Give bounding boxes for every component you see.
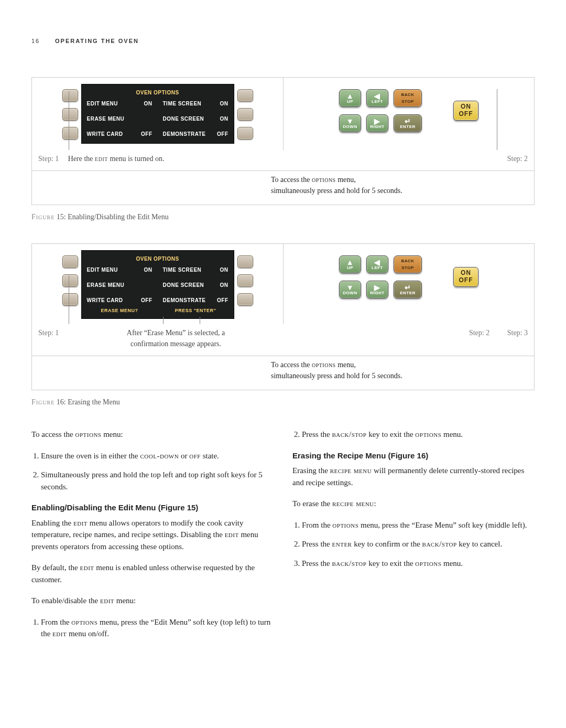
softkey[interactable] (62, 255, 78, 268)
back-stop-button[interactable]: BACK STOP (394, 89, 422, 107)
figure-15: OVEN OPTIONS EDIT MENUON TIME SCREENON E… (31, 77, 535, 205)
subheading: Erasing the Recipe Menu (Figure 16) (292, 450, 535, 462)
list-item: Press the back/stop key to exit the opti… (302, 429, 535, 441)
softkey[interactable] (62, 293, 78, 306)
ordered-list: Ensure the oven is in either the cool-do… (31, 450, 274, 493)
ordered-list: Press the back/stop key to exit the opti… (292, 429, 535, 441)
oven-screen: OVEN OPTIONS EDIT MENUON TIME SCREENON E… (81, 84, 234, 144)
right-button[interactable]: ▶RIGHT (366, 281, 388, 298)
softkey[interactable] (237, 255, 253, 268)
left-button[interactable]: ◀ LEFT (366, 89, 388, 107)
list-item: From the options menu, press the “Edit M… (41, 616, 274, 640)
softkey[interactable] (237, 293, 253, 306)
softkey[interactable] (62, 127, 78, 140)
keypad: ▲UP ▼DOWN ◀LEFT ▶RIGHT BACK STOP ↵ENTER … (289, 250, 529, 304)
softkey[interactable] (237, 89, 253, 102)
softkey[interactable] (62, 274, 78, 287)
paragraph: By default, the edit menu is enabled unl… (31, 562, 274, 585)
paragraph: To access the options menu: (31, 429, 274, 441)
body-text: To access the options menu: Ensure the o… (31, 429, 535, 649)
figure-16: OVEN OPTIONS EDIT MENUON TIME SCREENON E… (31, 243, 535, 391)
softkey[interactable] (62, 89, 78, 102)
down-button[interactable]: ▼DOWN (339, 281, 361, 298)
right-button[interactable]: ▶ RIGHT (366, 114, 388, 132)
step-caption: After “Erase Menu” is selected, a confir… (75, 327, 277, 349)
up-button[interactable]: ▲UP (339, 255, 361, 273)
down-button[interactable]: ▼ DOWN (339, 114, 361, 132)
oven-screen: OVEN OPTIONS EDIT MENUON TIME SCREENON E… (81, 250, 234, 319)
triangle-left-icon: ◀ (367, 92, 388, 100)
triangle-down-icon: ▼ (340, 117, 361, 125)
step-label: Step: 2 (507, 153, 528, 164)
paragraph: To erase the recipe menu: (292, 498, 535, 510)
softkey[interactable] (237, 127, 253, 140)
figure-caption: Figure 16: Erasing the Menu (31, 397, 535, 408)
left-button[interactable]: ◀LEFT (366, 255, 388, 273)
step-label: Step: 1 (38, 327, 75, 349)
triangle-right-icon: ▶ (367, 117, 388, 125)
triangle-up-icon: ▲ (340, 92, 361, 100)
right-softkeys (234, 250, 256, 311)
on-off-button[interactable]: ON OFF (453, 101, 478, 121)
ordered-list: From the options menu, press the “Edit M… (31, 616, 274, 640)
list-item: Press the enter key to confirm or the ba… (302, 538, 535, 550)
ordered-list: From the options menu, press the “Erase … (292, 519, 535, 570)
back-stop-button[interactable]: BACK STOP (394, 255, 422, 273)
figure-caption: Figure 15: Enabling/Disabling the Edit M… (31, 211, 535, 222)
screen-title: OVEN OPTIONS (82, 89, 234, 99)
paragraph: Enabling the edit menu allows operators … (31, 517, 274, 553)
up-button[interactable]: ▲ UP (339, 89, 361, 107)
list-item: Press the back/stop key to exit the opti… (302, 558, 535, 570)
figure-footer: To access the options menu, simultaneous… (271, 356, 518, 390)
right-softkeys (234, 84, 256, 145)
screen-title: OVEN OPTIONS (82, 255, 234, 265)
page-header: 16 OPERATING THE OVEN (31, 37, 535, 46)
page-number: 16 (31, 37, 52, 46)
figure-footer: To access the options menu, simultaneous… (271, 171, 518, 205)
paragraph: To enable/disable the edit menu: (31, 595, 274, 607)
list-item: Simultaneously press and hold the top le… (41, 469, 274, 493)
softkey[interactable] (62, 108, 78, 121)
keypad: ▲ UP ▼ DOWN ◀ LEFT ▶ RIGHT (289, 84, 529, 137)
screen-footer-right: PRESS "ENTER" (158, 307, 234, 315)
paragraph: Erasing the recipe menu will permanently… (292, 465, 535, 488)
list-item: From the options menu, press the “Erase … (302, 519, 535, 531)
left-softkeys (59, 84, 81, 145)
softkey[interactable] (237, 108, 253, 121)
step-label: Step: 3 (507, 327, 528, 338)
enter-button[interactable]: ↵ ENTER (394, 114, 422, 132)
on-off-button[interactable]: ON OFF (453, 267, 478, 287)
section-title: OPERATING THE OVEN (55, 38, 139, 44)
enter-icon: ↵ (394, 117, 421, 125)
step-label: Step: 2 (469, 327, 489, 338)
subheading: Enabling/Disabling the Edit Menu (Figure… (31, 502, 274, 514)
screen-footer-left: ERASE MENU? (82, 307, 158, 315)
step-label: Step: 1 (38, 155, 59, 163)
softkey[interactable] (237, 274, 253, 287)
list-item: Ensure the oven is in either the cool-do… (41, 450, 274, 462)
step-caption: Here the edit menu is turned on. (68, 155, 165, 163)
left-softkeys (59, 250, 81, 311)
enter-button[interactable]: ↵ENTER (394, 281, 422, 298)
